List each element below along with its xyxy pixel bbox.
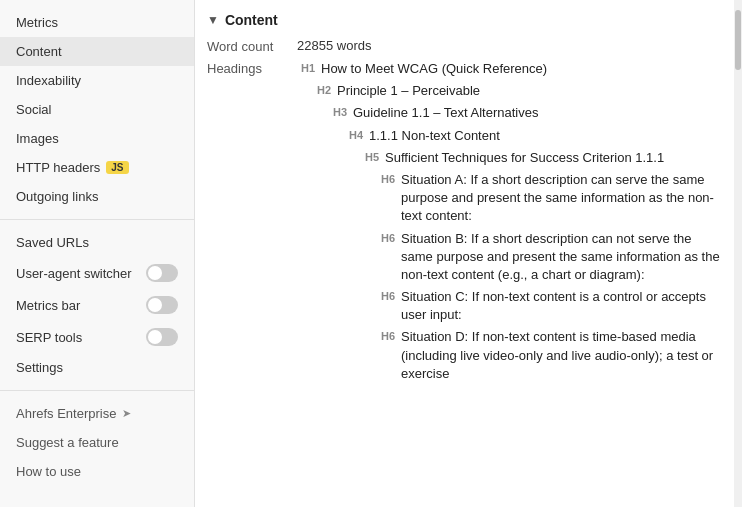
sidebar-item-metrics-bar[interactable]: Metrics bar — [0, 289, 194, 321]
sidebar-item-label: Metrics bar — [16, 298, 80, 313]
heading-item: H6Situation D: If non-text content is ti… — [377, 328, 726, 383]
sidebar-link-label: How to use — [16, 464, 81, 479]
sidebar-link-suggest-feature[interactable]: Suggest a feature — [0, 428, 194, 457]
sidebar-item-label: Outgoing links — [16, 189, 98, 204]
sidebar-item-label: Images — [16, 131, 59, 146]
sidebar-link-how-to-use[interactable]: How to use — [0, 457, 194, 486]
main-content: ▼ Content Word count 22855 words Heading… — [195, 0, 742, 507]
headings-label: Headings — [207, 60, 297, 387]
sidebar-divider — [0, 219, 194, 220]
heading-text: Sufficient Techniques for Success Criter… — [385, 149, 664, 167]
sidebar-link-ahrefs-enterprise[interactable]: Ahrefs Enterprise➤ — [0, 399, 194, 428]
external-link-icon: ➤ — [122, 407, 131, 420]
collapse-triangle[interactable]: ▼ — [207, 13, 219, 27]
sidebar-nav: MetricsContentIndexabilitySocialImagesHT… — [0, 8, 194, 211]
sidebar-toggles: Saved URLsUser-agent switcherMetrics bar… — [0, 228, 194, 382]
heading-item: H6Situation C: If non-text content is a … — [377, 288, 726, 324]
sidebar-item-label: User-agent switcher — [16, 266, 132, 281]
heading-tag: H6 — [377, 288, 395, 324]
heading-tag: H3 — [329, 104, 347, 122]
heading-tag: H6 — [377, 230, 395, 285]
word-count-row: Word count 22855 words — [207, 38, 726, 54]
sidebar-item-label: Social — [16, 102, 51, 117]
heading-text: Situation D: If non-text content is time… — [401, 328, 726, 383]
sidebar-divider-2 — [0, 390, 194, 391]
sidebar-item-http-headers[interactable]: HTTP headersJS — [0, 153, 194, 182]
heading-item: H6Situation B: If a short description ca… — [377, 230, 726, 285]
word-count-value: 22855 words — [297, 38, 371, 54]
heading-item: H2Principle 1 – Perceivable — [313, 82, 726, 100]
heading-tag: H5 — [361, 149, 379, 167]
sidebar-item-saved-urls[interactable]: Saved URLs — [0, 228, 194, 257]
sidebar-item-outgoing-links[interactable]: Outgoing links — [0, 182, 194, 211]
sidebar-item-images[interactable]: Images — [0, 124, 194, 153]
heading-text: How to Meet WCAG (Quick Reference) — [321, 60, 547, 78]
scrollbar-thumb[interactable] — [735, 10, 741, 70]
headings-tree: H1How to Meet WCAG (Quick Reference)H2Pr… — [297, 60, 726, 387]
sidebar-item-label: SERP tools — [16, 330, 82, 345]
sidebar-item-user-agent-switcher[interactable]: User-agent switcher — [0, 257, 194, 289]
sidebar-item-label: Indexability — [16, 73, 81, 88]
toggle-user-agent-switcher[interactable] — [146, 264, 178, 282]
section-header: ▼ Content — [207, 12, 726, 28]
heading-text: Principle 1 – Perceivable — [337, 82, 480, 100]
heading-item: H1How to Meet WCAG (Quick Reference) — [297, 60, 726, 78]
heading-item: H41.1.1 Non-text Content — [345, 127, 726, 145]
sidebar-item-social[interactable]: Social — [0, 95, 194, 124]
sidebar-item-settings[interactable]: Settings — [0, 353, 194, 382]
heading-tag: H1 — [297, 60, 315, 78]
sidebar-item-label: HTTP headers — [16, 160, 100, 175]
toggle-metrics-bar[interactable] — [146, 296, 178, 314]
badge-js: JS — [106, 161, 128, 174]
heading-tag: H4 — [345, 127, 363, 145]
heading-text: 1.1.1 Non-text Content — [369, 127, 500, 145]
heading-item: H5Sufficient Techniques for Success Crit… — [361, 149, 726, 167]
heading-item: H6Situation A: If a short description ca… — [377, 171, 726, 226]
heading-text: Situation C: If non-text content is a co… — [401, 288, 726, 324]
heading-text: Situation A: If a short description can … — [401, 171, 726, 226]
sidebar-item-label: Saved URLs — [16, 235, 89, 250]
content-section: ▼ Content Word count 22855 words Heading… — [195, 0, 742, 405]
heading-tag: H6 — [377, 328, 395, 383]
word-count-label: Word count — [207, 38, 297, 54]
sidebar-item-label: Settings — [16, 360, 63, 375]
heading-tag: H6 — [377, 171, 395, 226]
heading-text: Guideline 1.1 – Text Alternatives — [353, 104, 539, 122]
section-title: Content — [225, 12, 278, 28]
sidebar-item-label: Metrics — [16, 15, 58, 30]
sidebar-item-metrics[interactable]: Metrics — [0, 8, 194, 37]
sidebar: MetricsContentIndexabilitySocialImagesHT… — [0, 0, 195, 507]
sidebar-item-serp-tools[interactable]: SERP tools — [0, 321, 194, 353]
toggle-serp-tools[interactable] — [146, 328, 178, 346]
headings-row: Headings H1How to Meet WCAG (Quick Refer… — [207, 60, 726, 387]
heading-text: Situation B: If a short description can … — [401, 230, 726, 285]
sidebar-item-indexability[interactable]: Indexability — [0, 66, 194, 95]
sidebar-bottom: Ahrefs Enterprise➤Suggest a featureHow t… — [0, 399, 194, 486]
sidebar-link-label: Suggest a feature — [16, 435, 119, 450]
heading-item: H3Guideline 1.1 – Text Alternatives — [329, 104, 726, 122]
sidebar-item-label: Content — [16, 44, 62, 59]
sidebar-item-content[interactable]: Content — [0, 37, 194, 66]
heading-tag: H2 — [313, 82, 331, 100]
scrollbar-track[interactable] — [734, 0, 742, 507]
sidebar-link-label: Ahrefs Enterprise — [16, 406, 116, 421]
